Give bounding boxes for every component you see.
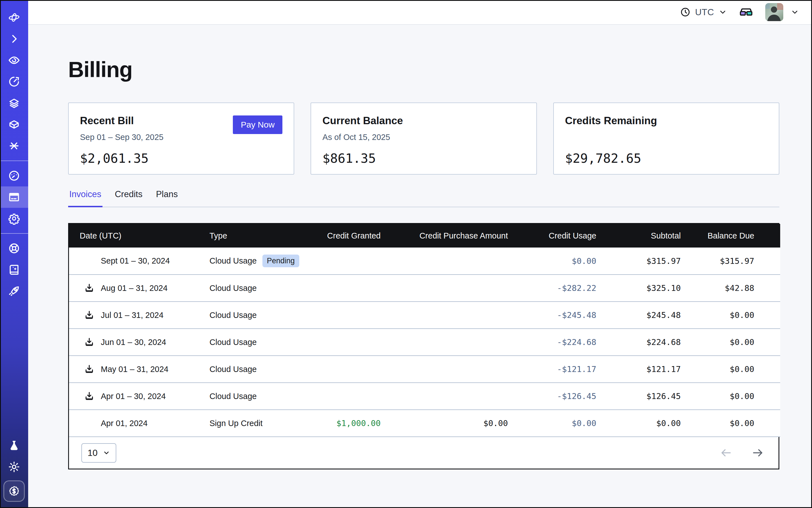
- orbit-eye-icon[interactable]: [0, 50, 28, 71]
- settings-gear-icon[interactable]: [0, 208, 28, 229]
- subtotal-cell: $325.10: [597, 274, 681, 302]
- tab-credits[interactable]: Credits: [114, 189, 143, 207]
- rocket-icon[interactable]: [0, 281, 28, 302]
- asterisk-icon[interactable]: [0, 135, 28, 157]
- chevron-down-icon: [103, 449, 110, 457]
- balance-as-of: As of Oct 15, 2025: [323, 132, 525, 142]
- subtotal-cell: $245.48: [597, 302, 681, 329]
- sidebar: [0, 0, 28, 508]
- main-content: Billing Recent Bill Sep 01 – Sep 30, 202…: [28, 25, 812, 508]
- download-icon: [84, 337, 95, 347]
- 3d-glasses-button[interactable]: [739, 5, 754, 19]
- balance-due-cell: $0.00: [681, 302, 780, 329]
- type-cell: Cloud Usage: [209, 329, 305, 356]
- arrow-left-icon: [720, 447, 732, 459]
- balance-due-cell: $0.00: [681, 329, 780, 356]
- type-cell: Sign Up Credit: [209, 410, 305, 437]
- card-subtitle: [565, 132, 768, 142]
- status-badge: Pending: [262, 255, 299, 267]
- invoice-period: Sept 01 – 30, 2024: [101, 256, 170, 265]
- invoice-row: Jun 01 – 30, 2024 Cloud Usage -$224.68 $…: [69, 329, 780, 356]
- column-header: Credit Granted: [305, 224, 381, 248]
- user-menu[interactable]: [765, 3, 799, 21]
- invoice-row: Apr 01 – 30, 2024 Cloud Usage -$126.45 $…: [69, 383, 780, 410]
- credit-purchase-cell: [381, 356, 508, 383]
- type-cell: Cloud Usage: [209, 356, 305, 383]
- download-invoice-button[interactable]: [84, 337, 95, 347]
- book-sparkle-icon[interactable]: [0, 259, 28, 281]
- billing-tabs: Invoices Credits Plans: [68, 189, 779, 207]
- invoice-type: Cloud Usage: [210, 338, 257, 347]
- credit-purchase-cell: [381, 274, 508, 302]
- download-invoice-button[interactable]: [84, 391, 95, 401]
- page-size-value: 10: [88, 448, 98, 458]
- invoice-type: Cloud Usage: [210, 365, 257, 374]
- invoice-period: Aug 01 – 31, 2024: [101, 284, 168, 293]
- invoice-period: May 01 – 31, 2024: [101, 365, 168, 374]
- next-page-button[interactable]: [752, 447, 764, 459]
- credit-purchase-cell: [381, 302, 508, 329]
- billing-card-icon[interactable]: [0, 186, 28, 208]
- invoice-row: Sept 01 – 30, 2024 Cloud Usage Pending $…: [69, 248, 780, 274]
- balance-due-cell: $0.00: [681, 410, 780, 437]
- column-header: Date (UTC): [69, 224, 209, 248]
- invoice-type: Cloud Usage: [210, 284, 257, 293]
- credit-granted-cell: [305, 356, 381, 383]
- pay-now-button[interactable]: Pay Now: [233, 116, 283, 134]
- download-icon: [84, 283, 95, 293]
- tab-label: Invoices: [69, 189, 101, 199]
- avatar[interactable]: [765, 3, 783, 21]
- credit-purchase-cell: [381, 329, 508, 356]
- chevron-right-icon[interactable]: [0, 28, 28, 50]
- date-cell: Sept 01 – 30, 2024: [69, 248, 209, 274]
- timezone-label: UTC: [695, 7, 714, 17]
- current-balance-card: Current Balance As of Oct 15, 2025 $861.…: [310, 102, 537, 175]
- invoice-type: Cloud Usage: [210, 310, 257, 320]
- timer-icon[interactable]: [0, 71, 28, 92]
- download-invoice-button[interactable]: [84, 310, 95, 321]
- date-cell: Aug 01 – 31, 2024: [69, 274, 209, 302]
- balance-due-cell: $0.00: [681, 383, 780, 410]
- flask-icon[interactable]: [0, 435, 28, 456]
- table-header-row: Date (UTC)TypeCredit GrantedCredit Purch…: [69, 224, 780, 248]
- gauge-icon[interactable]: [0, 165, 28, 186]
- sun-icon[interactable]: [0, 456, 28, 477]
- type-cell: Cloud Usage Pending: [209, 248, 305, 274]
- planet-logo-icon[interactable]: [0, 7, 28, 28]
- tab-label: Plans: [156, 189, 178, 199]
- card-title: Current Balance: [323, 115, 525, 127]
- timezone-selector[interactable]: UTC: [680, 7, 727, 17]
- invoice-period: Jun 01 – 30, 2024: [101, 338, 166, 347]
- sidebar-divider: [0, 161, 28, 161]
- dollar-coin-icon[interactable]: [3, 480, 25, 502]
- column-header: Credit Usage: [508, 224, 597, 248]
- chevron-down-icon[interactable]: [790, 8, 799, 16]
- download-icon: [84, 310, 95, 321]
- credit-granted-cell: $1,000.00: [305, 410, 381, 437]
- credit-usage-cell: -$224.68: [508, 329, 597, 356]
- cube-icon[interactable]: [0, 114, 28, 135]
- download-icon: [84, 364, 95, 375]
- column-header: Credit Purchase Amount: [381, 224, 508, 248]
- invoice-period: Apr 01, 2024: [101, 419, 147, 428]
- download-invoice-button[interactable]: [84, 283, 95, 293]
- credit-purchase-cell: [381, 248, 508, 274]
- page-title: Billing: [68, 57, 779, 82]
- page-size-select[interactable]: 10: [81, 443, 116, 463]
- date-cell: Apr 01, 2024: [69, 410, 209, 437]
- download-invoice-button[interactable]: [84, 364, 95, 375]
- credits-remaining-card: Credits Remaining $29,782.65: [553, 102, 779, 175]
- previous-page-button[interactable]: [720, 447, 732, 459]
- recent-bill-card: Recent Bill Sep 01 – Sep 30, 2025 $2,061…: [68, 102, 294, 175]
- chevron-down-icon: [719, 8, 727, 16]
- life-buoy-icon[interactable]: [0, 238, 28, 259]
- tab-plans[interactable]: Plans: [155, 189, 179, 207]
- date-cell: Apr 01 – 30, 2024: [69, 383, 209, 410]
- topbar: UTC: [28, 0, 812, 25]
- tab-invoices[interactable]: Invoices: [68, 189, 102, 207]
- credit-purchase-cell: [381, 383, 508, 410]
- type-cell: Cloud Usage: [209, 302, 305, 329]
- layers-icon[interactable]: [0, 92, 28, 114]
- clock-icon: [680, 7, 691, 17]
- type-cell: Cloud Usage: [209, 383, 305, 410]
